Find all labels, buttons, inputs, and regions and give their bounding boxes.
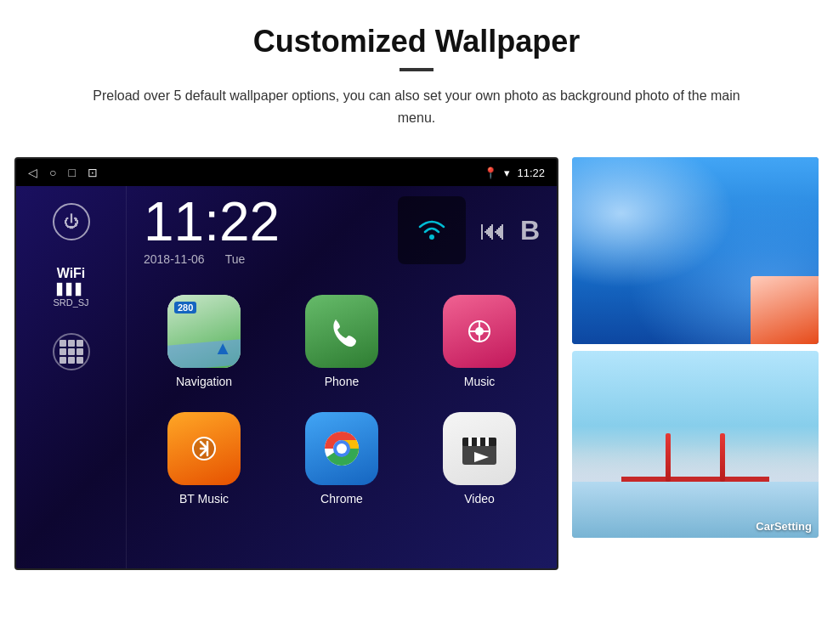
bridge-deck xyxy=(621,477,769,482)
clock-date-value: 2018-11-06 xyxy=(144,252,205,266)
app-item-navigation[interactable]: 280 ▲ Navigation xyxy=(135,283,273,400)
wifi-network-name: SRD_SJ xyxy=(53,297,88,308)
page-title: Customized Wallpaper xyxy=(51,24,782,59)
app-item-phone[interactable]: Phone xyxy=(273,283,411,400)
wp-ice-bg xyxy=(572,157,819,344)
location-icon: 📍 xyxy=(484,167,497,179)
app-item-music[interactable]: Music xyxy=(411,283,548,400)
wifi-signal-icon xyxy=(415,213,449,247)
wifi-widget[interactable] xyxy=(398,196,466,264)
bt-music-icon xyxy=(167,412,241,485)
clock-date: 2018-11-06 Tue xyxy=(144,252,381,266)
wallpaper-ice-cave[interactable] xyxy=(572,157,819,344)
top-widgets: ⏮ B xyxy=(398,196,540,264)
app-label-chrome: Chrome xyxy=(320,492,363,506)
clock-block: 11:22 2018-11-06 Tue xyxy=(144,195,381,266)
title-divider xyxy=(400,68,434,71)
wallpaper-golden-gate[interactable]: CarSetting xyxy=(572,351,819,538)
android-sidebar: ⏻ WiFi ▋▋▋ SRD_SJ xyxy=(16,186,127,568)
app-label-bt-music: BT Music xyxy=(179,492,229,506)
app-item-chrome[interactable]: Chrome xyxy=(273,400,411,517)
grid-icon xyxy=(60,340,83,364)
wifi-bars: ▋▋▋ xyxy=(53,283,88,296)
bluetooth-widget[interactable]: B xyxy=(520,215,540,246)
app-label-phone: Phone xyxy=(325,375,359,388)
svg-rect-9 xyxy=(468,438,472,446)
svg-point-6 xyxy=(337,443,347,454)
wp-ice-overlay xyxy=(751,276,819,344)
music-icon xyxy=(443,295,516,368)
chrome-icon xyxy=(305,412,378,485)
nav-arrow-icon: ▲ xyxy=(213,337,232,359)
clock-day-value: Tue xyxy=(225,252,246,266)
status-time: 11:22 xyxy=(517,167,545,179)
svg-point-0 xyxy=(429,234,434,240)
main-area: 11:22 2018-11-06 Tue xyxy=(127,186,557,568)
page-header: Customized Wallpaper Preload over 5 defa… xyxy=(0,0,833,137)
wifi-label: WiFi xyxy=(53,266,88,281)
app-grid: 280 ▲ Navigation Phone xyxy=(127,274,557,526)
app-item-video[interactable]: Video xyxy=(411,400,548,517)
power-button[interactable]: ⏻ xyxy=(53,203,90,240)
screen-body: ⏻ WiFi ▋▋▋ SRD_SJ xyxy=(16,186,557,568)
svg-rect-10 xyxy=(477,438,480,446)
wp-bridge-bg: CarSetting xyxy=(572,351,819,538)
skip-back-button[interactable]: ⏮ xyxy=(479,215,507,246)
wallpaper-panel: CarSetting xyxy=(572,157,819,538)
screenshot-icon: ⊡ xyxy=(88,166,98,179)
status-right: 📍 ▾ 11:22 xyxy=(484,167,545,179)
grid-button[interactable] xyxy=(53,333,90,370)
top-section: 11:22 2018-11-06 Tue xyxy=(127,186,557,274)
app-label-video: Video xyxy=(464,492,495,506)
phone-icon xyxy=(305,295,378,368)
bridge-body xyxy=(621,407,769,482)
video-icon xyxy=(443,412,516,485)
recents-icon: □ xyxy=(68,166,75,179)
app-label-navigation: Navigation xyxy=(176,375,232,388)
status-left: ◁ ○ □ ⊡ xyxy=(28,166,98,179)
status-bar: ◁ ○ □ ⊡ 📍 ▾ 11:22 xyxy=(16,159,557,186)
page-subtitle: Preload over 5 default wallpaper options… xyxy=(85,85,748,128)
wifi-block: WiFi ▋▋▋ SRD_SJ xyxy=(53,266,88,308)
android-screen: ◁ ○ □ ⊡ 📍 ▾ 11:22 ⏻ WiFi ▋▋▋ SRD_SJ xyxy=(14,157,558,570)
main-content: ◁ ○ □ ⊡ 📍 ▾ 11:22 ⏻ WiFi ▋▋▋ SRD_SJ xyxy=(0,137,833,587)
app-label-music: Music xyxy=(464,375,496,388)
back-arrow-icon: ◁ xyxy=(28,166,37,179)
navigation-icon: 280 ▲ xyxy=(167,295,241,368)
svg-rect-11 xyxy=(485,438,489,446)
bridge-tower-right xyxy=(720,433,725,482)
wifi-icon: ▾ xyxy=(504,167,510,179)
bridge-tower-left xyxy=(666,433,671,482)
app-item-bt-music[interactable]: BT Music xyxy=(135,400,273,517)
nav-badge: 280 xyxy=(174,302,196,314)
clock-time: 11:22 xyxy=(144,195,381,249)
carsetting-label: CarSetting xyxy=(756,520,812,533)
home-circle-icon: ○ xyxy=(49,166,56,179)
